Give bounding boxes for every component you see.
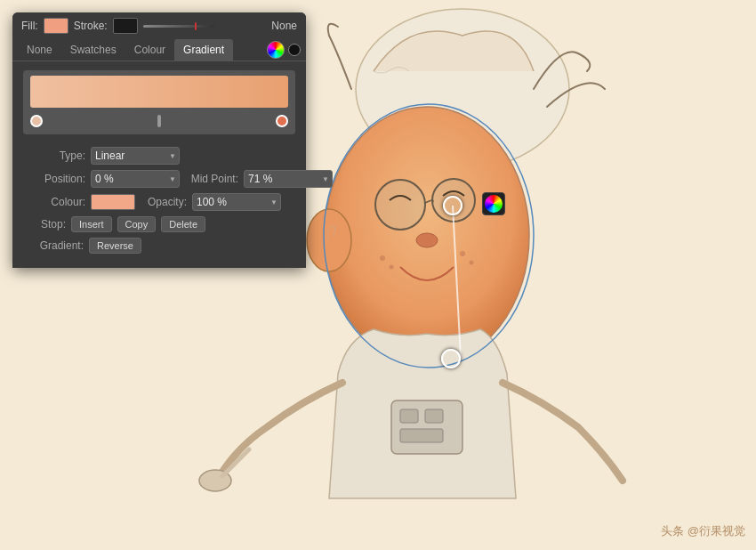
stroke-swatch[interactable]: [113, 18, 138, 34]
black-circle-icon[interactable]: [288, 44, 301, 56]
stroke-width-slider[interactable]: [143, 25, 214, 28]
midpoint-select[interactable]: 71 % 50 %: [244, 170, 333, 188]
gradient-label: Gradient:: [34, 239, 84, 252]
type-select-wrapper: Linear Radial ▼: [91, 147, 180, 165]
tab-colour[interactable]: Colour: [125, 39, 174, 61]
stroke-slider-area: [143, 25, 263, 28]
stop-row: Stop: Insert Copy Delete: [23, 216, 295, 232]
tab-none[interactable]: None: [18, 39, 61, 61]
top-bar: Fill: Stroke: None: [12, 12, 306, 39]
delete-button[interactable]: Delete: [161, 216, 205, 232]
colour-swatch-inline[interactable]: [91, 194, 135, 210]
svg-point-9: [460, 251, 465, 256]
gradient-preview-area: [12, 61, 306, 140]
type-label: Type:: [23, 150, 85, 162]
type-row: Type: Linear Radial ▼: [23, 147, 295, 165]
fill-label: Fill:: [21, 20, 38, 32]
gradient-row: Gradient: Reverse: [23, 238, 295, 261]
svg-point-6: [416, 233, 438, 247]
svg-rect-13: [400, 409, 418, 423]
midpoint-label: Mid Point:: [185, 173, 238, 185]
position-label: Position:: [23, 173, 85, 185]
colour-label: Colour:: [23, 196, 85, 208]
svg-rect-15: [400, 429, 443, 442]
copy-button[interactable]: Copy: [117, 216, 157, 232]
watermark: 头条 @衍果视觉: [661, 523, 745, 539]
color-picker-wheel: [485, 195, 503, 213]
gradient-stops-row: [30, 115, 288, 129]
stroke-label: Stroke:: [74, 20, 108, 32]
svg-point-10: [470, 261, 474, 265]
tab-gradient[interactable]: Gradient: [174, 39, 233, 61]
fields-area: Type: Linear Radial ▼ Position: 0 % 25 %…: [12, 140, 306, 268]
midpoint-select-wrapper: 71 % 50 % ▼: [244, 170, 333, 188]
svg-rect-14: [425, 409, 443, 423]
position-select-wrapper: 0 % 25 % 50 % 75 % 100 % ▼: [91, 170, 180, 188]
svg-point-4: [375, 180, 425, 230]
reverse-button[interactable]: Reverse: [89, 238, 141, 254]
gradient-panel: Fill: Stroke: None None Swatches Colour …: [12, 12, 306, 268]
opacity-select-wrapper: 100 % 75 % 50 % ▼: [192, 193, 281, 211]
stop-label: Stop:: [34, 218, 66, 231]
color-picker-icon[interactable]: [482, 192, 505, 215]
gradient-point-bottom[interactable]: [441, 349, 461, 368]
insert-button[interactable]: Insert: [71, 216, 112, 232]
type-select[interactable]: Linear Radial: [91, 147, 180, 165]
gradient-bar-container: [23, 70, 295, 134]
colour-opacity-row: Colour: Opacity: 100 % 75 % 50 % ▼: [23, 193, 295, 211]
none-label: None: [271, 20, 297, 32]
gradient-stop-left[interactable]: [30, 115, 43, 127]
opacity-select[interactable]: 100 % 75 % 50 %: [192, 193, 281, 211]
gradient-stop-right[interactable]: [276, 115, 288, 127]
fill-swatch[interactable]: [44, 18, 68, 34]
tabs-row: None Swatches Colour Gradient: [12, 39, 306, 61]
svg-point-7: [380, 255, 385, 261]
color-wheel-icon[interactable]: [267, 41, 285, 59]
tab-swatches[interactable]: Swatches: [61, 39, 125, 61]
opacity-label: Opacity:: [141, 196, 187, 208]
svg-point-8: [390, 265, 394, 270]
gradient-point-top[interactable]: [443, 196, 462, 215]
position-select[interactable]: 0 % 25 % 50 % 75 % 100 %: [91, 170, 180, 188]
svg-rect-12: [391, 400, 462, 454]
gradient-midpoint-indicator[interactable]: [157, 115, 161, 127]
position-midpoint-row: Position: 0 % 25 % 50 % 75 % 100 % ▼ Mid…: [23, 170, 295, 188]
gradient-preview-bar[interactable]: [30, 76, 288, 108]
